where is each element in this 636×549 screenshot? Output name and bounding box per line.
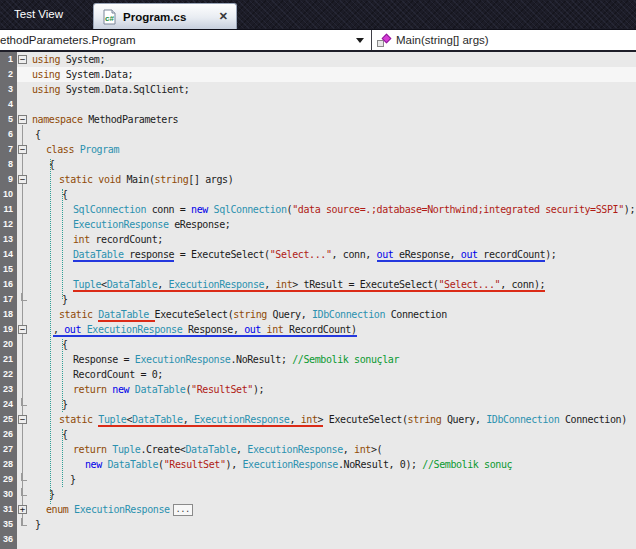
code-token: static: [59, 309, 98, 320]
code-token: eResponse,: [399, 249, 461, 262]
code-token: ,: [343, 444, 354, 455]
code-line[interactable]: 19−, out ExecutionResponse Response, out…: [0, 322, 636, 337]
code-token: SqlConnection: [214, 204, 287, 215]
collapse-region-icon[interactable]: −: [18, 55, 27, 64]
code-line[interactable]: 2using System.Data;: [0, 67, 636, 82]
code-line[interactable]: 6{: [0, 127, 636, 142]
indent-guide: [50, 159, 51, 504]
expand-region-icon[interactable]: +: [18, 505, 27, 514]
code-token: recordCount: [483, 249, 545, 262]
line-number: 27: [0, 442, 13, 457]
code-line[interactable]: 23return new DataTable("ResultSet");: [0, 382, 636, 397]
code-text: using System.Data;: [32, 67, 133, 82]
member-dropdown[interactable]: Main(string[] args): [377, 30, 489, 50]
code-token: Query,: [447, 414, 486, 425]
code-token: Tuple: [98, 414, 126, 427]
code-token: new: [85, 459, 107, 470]
line-number: 12: [0, 217, 13, 232]
code-token: SqlConnection: [73, 204, 146, 215]
code-token: ExecutionResponse: [169, 279, 265, 292]
code-token: , conn);: [500, 279, 545, 292]
line-number: 1: [0, 52, 13, 67]
collapsed-region-box[interactable]: ...: [173, 504, 193, 516]
code-token: //Sembolik sonuçlar: [292, 354, 399, 365]
code-token: ExecuteSelect(: [155, 309, 234, 320]
code-line[interactable]: 22RecordCount = 0;: [0, 367, 636, 382]
code-line[interactable]: 20{: [0, 337, 636, 352]
code-line[interactable]: 9−static void Main(string[] args): [0, 172, 636, 187]
code-line[interactable]: 14DataTable response = ExecuteSelect("Se…: [0, 247, 636, 262]
code-line[interactable]: 29}: [0, 472, 636, 487]
code-line[interactable]: 11SqlConnection conn = new SqlConnection…: [0, 202, 636, 217]
code-token: >(: [371, 444, 382, 455]
code-line[interactable]: 26{: [0, 427, 636, 442]
line-number: 35: [0, 517, 13, 532]
collapse-region-icon[interactable]: −: [18, 415, 27, 424]
code-token: out: [461, 249, 483, 262]
line-number: 9: [0, 172, 13, 187]
code-token: }: [62, 294, 68, 305]
line-number: 24: [0, 397, 13, 412]
code-line[interactable]: 25−static Tuple<DataTable, ExecutionResp…: [0, 412, 636, 427]
collapse-region-icon[interactable]: −: [18, 145, 27, 154]
code-token: return: [73, 444, 112, 455]
line-number: 28: [0, 457, 13, 472]
code-line[interactable]: 30}: [0, 487, 636, 502]
code-token: using: [32, 69, 66, 80]
code-token: namespace: [32, 114, 88, 125]
collapse-region-icon[interactable]: −: [18, 175, 27, 184]
code-token: Response =: [73, 354, 135, 365]
code-line[interactable]: 31+enum ExecutionResponse...: [0, 502, 636, 517]
code-line[interactable]: 1−using System;: [0, 52, 636, 67]
collapse-region-icon[interactable]: −: [18, 115, 27, 124]
code-line[interactable]: 13int recordCount;: [0, 232, 636, 247]
code-token: using: [32, 54, 66, 65]
tab-test-view[interactable]: Test View: [0, 0, 77, 29]
close-icon[interactable]: ✕: [219, 11, 228, 22]
code-text: }: [62, 292, 68, 307]
line-number: 4: [0, 97, 13, 112]
code-line[interactable]: 4: [0, 97, 636, 112]
code-text: return new DataTable("ResultSet");: [73, 382, 264, 397]
code-token: Query,: [273, 309, 312, 320]
code-text: static void Main(string[] args): [59, 172, 233, 187]
code-line[interactable]: 36: [0, 532, 636, 547]
code-line[interactable]: 21Response = ExecutionResponse.NoResult;…: [0, 352, 636, 367]
code-token: class: [46, 144, 80, 155]
code-line[interactable]: 7−class Program: [0, 142, 636, 157]
code-token: DataTable: [185, 444, 236, 455]
code-line[interactable]: 27return Tuple.Create<DataTable, Executi…: [0, 442, 636, 457]
code-token: ExecutionResponse: [242, 459, 338, 470]
code-line[interactable]: 17}: [0, 292, 636, 307]
code-token: );: [624, 204, 635, 215]
code-editor[interactable]: 1−using System;2using System.Data;3using…: [0, 52, 636, 549]
tab-program-cs[interactable]: c# Program.cs ✕: [93, 3, 237, 29]
code-token: RecordCount): [289, 324, 356, 337]
chevron-down-icon[interactable]: [356, 38, 364, 43]
line-number: 8: [0, 157, 13, 172]
code-line[interactable]: 16Tuple<DataTable, ExecutionResponse, in…: [0, 277, 636, 292]
code-line[interactable]: 15: [0, 262, 636, 277]
code-line[interactable]: 28new DataTable("ResultSet"), ExecutionR…: [0, 457, 636, 472]
scope-dropdown[interactable]: ethodParameters.Program: [0, 30, 372, 50]
line-number: 13: [0, 232, 13, 247]
collapse-region-icon[interactable]: −: [18, 325, 27, 334]
code-token: string: [155, 174, 189, 185]
code-line[interactable]: 8{: [0, 157, 636, 172]
code-line[interactable]: 18static DataTable ExecuteSelect(string …: [0, 307, 636, 322]
code-line[interactable]: 24}: [0, 397, 636, 412]
outlining-end-tick: [21, 473, 27, 481]
code-token: enum: [46, 504, 74, 515]
code-token: ,: [236, 444, 247, 455]
code-line[interactable]: 10{: [0, 187, 636, 202]
code-token: ExecutionResponse: [87, 324, 183, 337]
code-token: , conn,: [332, 249, 377, 260]
method-icon: [377, 34, 392, 47]
code-line[interactable]: 35}: [0, 517, 636, 532]
code-line[interactable]: 5−namespace MethodParameters: [0, 112, 636, 127]
line-number: 6: [0, 127, 13, 142]
code-token: ,: [157, 279, 168, 292]
code-line[interactable]: 12ExecutionResponse eResponse;: [0, 217, 636, 232]
code-token: new: [112, 384, 134, 395]
code-line[interactable]: 3using System.Data.SqlClient;: [0, 82, 636, 97]
